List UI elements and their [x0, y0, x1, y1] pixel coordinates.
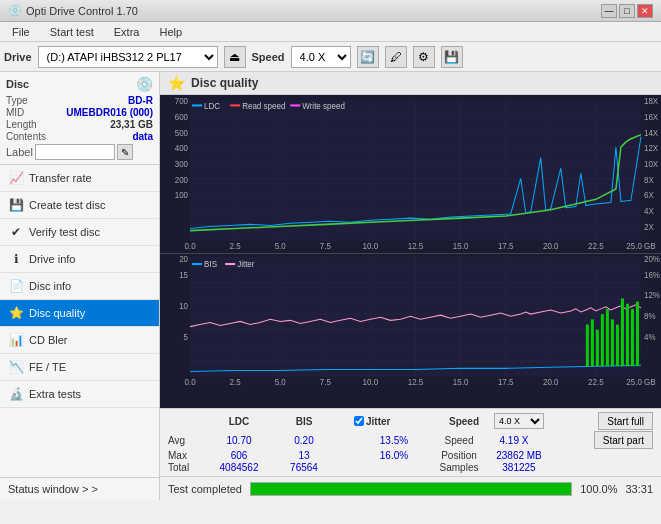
svg-text:12.5: 12.5 — [408, 242, 424, 251]
maximize-button[interactable]: □ — [619, 4, 635, 18]
avg-ldc: 10.70 — [204, 435, 274, 446]
settings-icon-button[interactable]: ⚙ — [413, 46, 435, 68]
cd-bler-icon: 📊 — [8, 332, 24, 348]
svg-text:0.0: 0.0 — [184, 378, 196, 387]
drive-bar: Drive (D:) ATAPI iHBS312 2 PL17 ⏏ Speed … — [0, 42, 661, 72]
sidebar-item-label: Disc info — [29, 280, 71, 292]
speed-stat-select[interactable]: 4.0 X — [494, 413, 544, 429]
menu-help[interactable]: Help — [151, 24, 190, 40]
create-test-disc-icon: 💾 — [8, 197, 24, 213]
total-bis: 76564 — [274, 462, 334, 473]
transfer-rate-icon: 📈 — [8, 170, 24, 186]
disc-quality-icon: ⭐ — [8, 305, 24, 321]
svg-text:20%: 20% — [644, 255, 660, 264]
minimize-button[interactable]: — — [601, 4, 617, 18]
menu-extra[interactable]: Extra — [106, 24, 148, 40]
sidebar-item-label: Drive info — [29, 253, 75, 265]
label-edit-button[interactable]: ✎ — [117, 144, 133, 160]
drive-info-icon: ℹ — [8, 251, 24, 267]
sidebar-item-disc-info[interactable]: 📄 Disc info — [0, 273, 159, 300]
svg-text:Write speed: Write speed — [302, 101, 345, 110]
svg-text:12%: 12% — [644, 291, 660, 300]
svg-text:LDC: LDC — [204, 101, 220, 110]
sidebar-item-verify-test-disc[interactable]: ✔ Verify test disc — [0, 219, 159, 246]
svg-rect-79 — [626, 304, 629, 367]
svg-rect-80 — [631, 309, 634, 366]
sidebar-item-label: Create test disc — [29, 199, 105, 211]
sidebar-item-label: Extra tests — [29, 388, 81, 400]
extra-tests-icon: 🔬 — [8, 386, 24, 402]
window-controls: — □ ✕ — [601, 4, 653, 18]
speed-stat-label: Speed — [434, 435, 484, 446]
sidebar-item-transfer-rate[interactable]: 📈 Transfer rate — [0, 165, 159, 192]
svg-text:10: 10 — [179, 302, 188, 311]
samples-label: Samples — [434, 462, 484, 473]
sidebar-item-fe-te[interactable]: 📉 FE / TE — [0, 354, 159, 381]
svg-text:500: 500 — [175, 129, 189, 138]
svg-text:400: 400 — [175, 144, 189, 153]
sidebar-item-disc-quality[interactable]: ⭐ Disc quality — [0, 300, 159, 327]
svg-text:5.0: 5.0 — [275, 242, 287, 251]
sidebar-item-create-test-disc[interactable]: 💾 Create test disc — [0, 192, 159, 219]
menu-file[interactable]: File — [4, 24, 38, 40]
avg-label: Avg — [168, 435, 204, 446]
refresh-button[interactable]: 🔄 — [357, 46, 379, 68]
progress-bar-container — [250, 482, 572, 496]
svg-text:17.5: 17.5 — [498, 378, 514, 387]
app-icon: 💿 — [8, 4, 22, 17]
speed-select[interactable]: 4.0 X — [291, 46, 351, 68]
svg-text:15.0: 15.0 — [453, 242, 469, 251]
menu-start-test[interactable]: Start test — [42, 24, 102, 40]
svg-text:8X: 8X — [644, 176, 654, 185]
svg-text:15: 15 — [179, 270, 188, 279]
status-window-button[interactable]: Status window > > — [0, 477, 159, 500]
max-bis: 13 — [274, 450, 334, 461]
svg-text:Read speed: Read speed — [242, 101, 286, 110]
max-pos: 23862 MB — [484, 450, 554, 461]
charts-svg: 700 600 500 400 300 200 100 18X 16X 14X … — [160, 95, 661, 408]
label-input[interactable] — [35, 144, 115, 160]
start-full-button[interactable]: Start full — [598, 412, 653, 430]
svg-rect-78 — [621, 298, 624, 366]
status-window-label: Status window > > — [8, 483, 98, 495]
progress-bar-fill — [251, 483, 571, 495]
svg-rect-72 — [591, 319, 594, 366]
total-label: Total — [168, 462, 204, 473]
jitter-checkbox[interactable] — [354, 416, 364, 426]
svg-rect-73 — [596, 330, 599, 367]
save-icon-button[interactable]: 💾 — [441, 46, 463, 68]
burn-icon-button[interactable]: 🖊 — [385, 46, 407, 68]
svg-text:14X: 14X — [644, 129, 659, 138]
svg-text:20: 20 — [179, 255, 188, 264]
eject-button[interactable]: ⏏ — [224, 46, 246, 68]
svg-text:12X: 12X — [644, 144, 659, 153]
svg-text:10.0: 10.0 — [363, 242, 379, 251]
max-ldc: 606 — [204, 450, 274, 461]
chart-header-icon: ⭐ — [168, 75, 185, 91]
verify-test-disc-icon: ✔ — [8, 224, 24, 240]
main-area: Disc 💿 Type BD-R MID UMEBDR016 (000) Len… — [0, 72, 661, 500]
progress-time: 33:31 — [625, 483, 653, 495]
drive-select[interactable]: (D:) ATAPI iHBS312 2 PL17 — [38, 46, 218, 68]
svg-text:2.5: 2.5 — [230, 242, 242, 251]
content-area: ⭐ Disc quality — [160, 72, 661, 500]
svg-text:4X: 4X — [644, 207, 654, 216]
start-part-button[interactable]: Start part — [594, 431, 653, 449]
svg-text:25.0 GB: 25.0 GB — [626, 242, 656, 251]
stats-area: LDC BIS Jitter Speed 4.0 X Start full — [160, 408, 661, 476]
sidebar-item-cd-bler[interactable]: 📊 CD Bler — [0, 327, 159, 354]
chart-header: ⭐ Disc quality — [160, 72, 661, 95]
svg-text:2X: 2X — [644, 222, 654, 231]
svg-rect-77 — [616, 325, 619, 367]
svg-text:8%: 8% — [644, 312, 656, 321]
sidebar-item-extra-tests[interactable]: 🔬 Extra tests — [0, 381, 159, 408]
svg-text:18X: 18X — [644, 97, 659, 106]
sidebar-item-drive-info[interactable]: ℹ Drive info — [0, 246, 159, 273]
svg-text:Jitter: Jitter — [237, 260, 255, 269]
status-text: Test completed — [168, 483, 242, 495]
contents-value: data — [132, 131, 153, 142]
title-bar: 💿 Opti Drive Control 1.70 — □ ✕ — [0, 0, 661, 22]
svg-text:25.0 GB: 25.0 GB — [626, 378, 656, 387]
total-ldc: 4084562 — [204, 462, 274, 473]
close-button[interactable]: ✕ — [637, 4, 653, 18]
